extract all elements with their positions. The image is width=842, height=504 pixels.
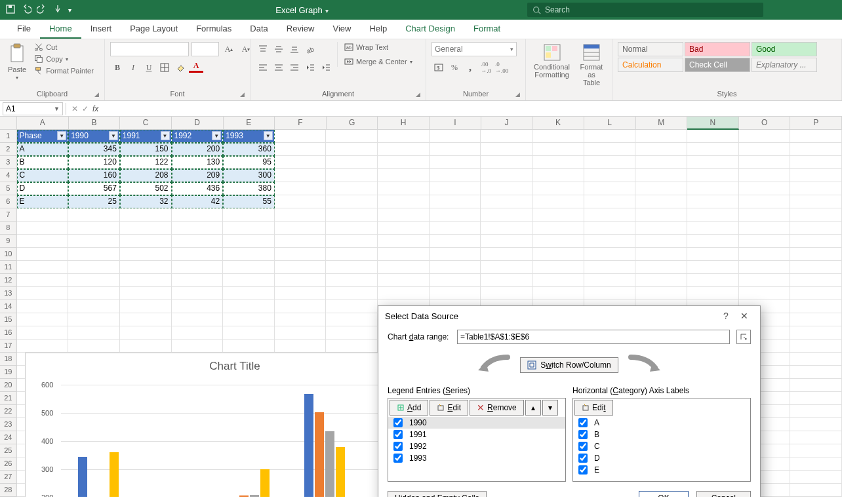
cell[interactable] [172, 261, 224, 274]
cell[interactable] [326, 313, 378, 326]
cell[interactable] [635, 248, 687, 261]
series-list-item[interactable]: 1992 [388, 440, 565, 452]
accounting-format-icon[interactable]: $ [431, 60, 446, 75]
close-icon[interactable]: ✕ [735, 311, 753, 321]
cell[interactable] [687, 156, 739, 169]
column-header[interactable]: B [69, 117, 121, 130]
cell[interactable] [481, 156, 532, 169]
cell[interactable]: 200 [172, 143, 224, 156]
select-all-corner[interactable] [0, 117, 17, 130]
row-header[interactable]: 15 [0, 313, 17, 326]
cell[interactable] [275, 313, 327, 326]
percent-format-icon[interactable]: % [447, 60, 462, 75]
cell[interactable] [687, 274, 739, 287]
redo-icon[interactable] [37, 4, 49, 16]
row-header[interactable]: 27 [0, 471, 17, 484]
tab-chart-design[interactable]: Chart Design [396, 20, 464, 39]
chart-bar[interactable] [260, 469, 270, 497]
cell[interactable] [790, 143, 842, 156]
cell[interactable] [481, 261, 532, 274]
cell[interactable] [635, 143, 687, 156]
align-top-icon[interactable] [256, 42, 270, 56]
cell[interactable] [532, 156, 584, 169]
format-painter-button[interactable]: Format Painter [33, 66, 95, 76]
cell[interactable] [68, 300, 120, 313]
cell[interactable] [635, 274, 687, 287]
cell[interactable] [326, 169, 378, 182]
cell[interactable] [532, 143, 584, 156]
category-list-item[interactable]: B [573, 429, 750, 440]
cell[interactable] [790, 353, 842, 366]
font-size-select[interactable] [191, 42, 219, 56]
cell[interactable]: 1993▼ [223, 130, 275, 143]
chart-bar[interactable] [315, 412, 324, 497]
cell[interactable] [17, 222, 69, 235]
cell[interactable]: D [17, 182, 69, 195]
row-header[interactable]: 20 [0, 379, 17, 392]
cell[interactable] [430, 208, 481, 222]
row-header[interactable]: 23 [0, 418, 17, 431]
category-list-item[interactable]: C [573, 440, 750, 452]
cell[interactable] [430, 182, 481, 195]
cell[interactable] [120, 248, 172, 261]
cell[interactable] [584, 130, 636, 143]
series-list-item[interactable]: 1991 [388, 429, 565, 440]
tab-format[interactable]: Format [464, 20, 510, 39]
cell[interactable] [790, 366, 842, 379]
cell[interactable] [223, 248, 275, 261]
comma-format-icon[interactable]: , [463, 60, 477, 75]
cell[interactable] [687, 261, 739, 274]
column-header[interactable]: C [120, 117, 172, 130]
category-list-item[interactable]: E [573, 464, 750, 476]
increase-font-icon[interactable]: A▴ [222, 42, 236, 56]
cell[interactable] [532, 169, 584, 182]
cell[interactable] [68, 222, 120, 235]
cell[interactable] [790, 484, 842, 497]
cell[interactable] [275, 130, 327, 143]
cell[interactable]: 1990▼ [68, 130, 120, 143]
cell[interactable] [378, 235, 430, 248]
cell[interactable] [430, 235, 481, 248]
cell[interactable] [223, 274, 275, 287]
wrap-text-button[interactable]: abWrap Text [343, 42, 414, 52]
cell[interactable]: 567 [68, 182, 120, 195]
align-bottom-icon[interactable] [287, 42, 302, 56]
cell[interactable] [739, 261, 791, 274]
cell[interactable] [532, 182, 584, 195]
cell[interactable] [687, 235, 739, 248]
cell[interactable]: 130 [172, 156, 224, 169]
cell[interactable] [326, 235, 378, 248]
cell[interactable] [687, 130, 739, 143]
border-button[interactable] [157, 60, 172, 75]
cell[interactable]: 150 [120, 143, 172, 156]
row-header[interactable]: 3 [0, 156, 17, 169]
row-header[interactable]: 19 [0, 366, 17, 379]
name-box[interactable]: A1▼ [3, 102, 63, 115]
cell[interactable]: 208 [120, 169, 172, 182]
cell[interactable]: 502 [120, 182, 172, 195]
cell[interactable]: 120 [68, 156, 120, 169]
column-header[interactable]: L [584, 117, 636, 130]
column-header[interactable]: G [327, 117, 378, 130]
series-remove-button[interactable]: ✕Remove [470, 400, 524, 416]
cell[interactable]: 209 [172, 169, 224, 182]
cell[interactable]: 360 [223, 143, 275, 156]
cell[interactable] [532, 222, 584, 235]
column-header[interactable]: E [224, 117, 275, 130]
cell[interactable]: 436 [172, 182, 224, 195]
cell[interactable] [790, 326, 842, 339]
switch-row-column-button[interactable]: Switch Row/Column [520, 357, 618, 373]
series-checkbox[interactable] [393, 454, 403, 463]
align-center-icon[interactable] [271, 60, 286, 75]
row-header[interactable]: 9 [0, 235, 17, 248]
cell[interactable] [481, 143, 532, 156]
bold-button[interactable]: B [110, 60, 125, 75]
cell[interactable] [378, 287, 430, 300]
style-good[interactable]: Good [752, 42, 817, 56]
cell[interactable] [790, 339, 842, 353]
cell[interactable] [68, 208, 120, 222]
tab-home[interactable]: Home [40, 20, 81, 39]
row-header[interactable]: 11 [0, 261, 17, 274]
cell[interactable] [172, 313, 224, 326]
cell[interactable] [687, 248, 739, 261]
